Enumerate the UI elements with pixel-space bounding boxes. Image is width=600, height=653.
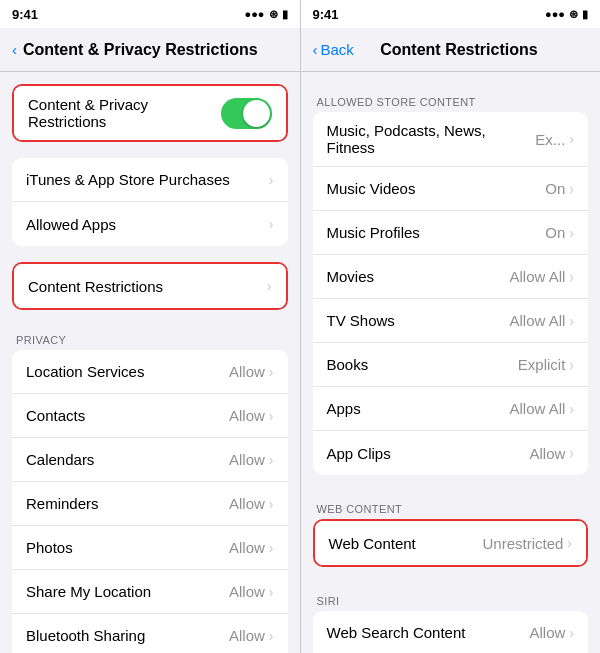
calendars-label: Calendars <box>26 451 229 468</box>
web-content-item[interactable]: Web Content Unrestricted › <box>315 521 587 565</box>
wifi-icon: ⊛ <box>269 8 278 21</box>
app-clips-item[interactable]: App Clips Allow › <box>313 431 589 475</box>
movies-label: Movies <box>327 268 510 285</box>
location-services-value: Allow <box>229 363 265 380</box>
calendars-item[interactable]: Calendars Allow › <box>12 438 288 482</box>
right-screen: 9:41 ●●● ⊛ ▮ ‹ Back Content Restrictions… <box>301 0 601 653</box>
siri-header: SIRI <box>301 583 601 611</box>
toggle-knob <box>243 100 270 127</box>
music-profiles-value: On <box>545 224 565 241</box>
apps-chevron-icon: › <box>569 401 574 417</box>
content-privacy-toggle-item[interactable]: Content & Privacy Restrictions <box>14 86 286 140</box>
contacts-label: Contacts <box>26 407 229 424</box>
music-profiles-item[interactable]: Music Profiles On › <box>313 211 589 255</box>
right-scroll-content: ALLOWED STORE CONTENT Music, Podcasts, N… <box>301 72 601 653</box>
store-group: Music, Podcasts, News, Fitness Ex... › M… <box>313 112 589 475</box>
right-nav-title: Content Restrictions <box>354 41 564 59</box>
share-location-label: Share My Location <box>26 583 229 600</box>
bluetooth-value: Allow <box>229 627 265 644</box>
privacy-group: Location Services Allow › Contacts Allow… <box>12 350 288 653</box>
right-signal-icon: ●●● <box>545 8 565 20</box>
itunes-purchases-label: iTunes & App Store Purchases <box>26 171 269 188</box>
photos-value: Allow <box>229 539 265 556</box>
music-videos-value: On <box>545 180 565 197</box>
content-restrictions-chevron-icon: › <box>267 278 272 294</box>
allowed-apps-item[interactable]: Allowed Apps › <box>12 202 288 246</box>
books-item[interactable]: Books Explicit › <box>313 343 589 387</box>
music-podcasts-label: Music, Podcasts, News, Fitness <box>327 122 536 156</box>
content-restrictions-item[interactable]: Content Restrictions › <box>14 264 286 308</box>
music-videos-item[interactable]: Music Videos On › <box>313 167 589 211</box>
web-search-value: Allow <box>529 624 565 641</box>
movies-chevron-icon: › <box>569 269 574 285</box>
right-battery-icon: ▮ <box>582 8 588 21</box>
books-chevron-icon: › <box>569 357 574 373</box>
share-location-chevron-icon: › <box>269 584 274 600</box>
left-status-bar: 9:41 ●●● ⊛ ▮ <box>0 0 300 28</box>
bluetooth-item[interactable]: Bluetooth Sharing Allow › <box>12 614 288 653</box>
app-clips-chevron-icon: › <box>569 445 574 461</box>
right-chevron-icon: ‹ <box>313 41 318 58</box>
contacts-chevron-icon: › <box>269 408 274 424</box>
music-podcasts-chevron-icon: › <box>569 131 574 147</box>
right-status-bar: 9:41 ●●● ⊛ ▮ <box>301 0 601 28</box>
reminders-chevron-icon: › <box>269 496 274 512</box>
itunes-chevron-icon: › <box>269 172 274 188</box>
movies-item[interactable]: Movies Allow All › <box>313 255 589 299</box>
content-privacy-toggle-label: Content & Privacy Restrictions <box>28 96 221 130</box>
music-videos-chevron-icon: › <box>569 181 574 197</box>
books-label: Books <box>327 356 518 373</box>
books-value: Explicit <box>518 356 566 373</box>
apps-value: Allow All <box>509 400 565 417</box>
tv-shows-value: Allow All <box>509 312 565 329</box>
music-podcasts-item[interactable]: Music, Podcasts, News, Fitness Ex... › <box>313 112 589 167</box>
privacy-section-header: PRIVACY <box>0 326 300 350</box>
share-location-item[interactable]: Share My Location Allow › <box>12 570 288 614</box>
content-privacy-toggle[interactable] <box>221 98 272 129</box>
location-services-item[interactable]: Location Services Allow › <box>12 350 288 394</box>
right-status-icons: ●●● ⊛ ▮ <box>545 8 588 21</box>
reminders-item[interactable]: Reminders Allow › <box>12 482 288 526</box>
web-content-chevron-icon: › <box>567 535 572 551</box>
left-scroll-content: Content & Privacy Restrictions iTunes & … <box>0 72 300 653</box>
photos-item[interactable]: Photos Allow › <box>12 526 288 570</box>
bluetooth-label: Bluetooth Sharing <box>26 627 229 644</box>
signal-icon: ●●● <box>245 8 265 20</box>
left-nav-title: Content & Privacy Restrictions <box>17 41 264 59</box>
right-back-button[interactable]: ‹ Back <box>313 41 354 58</box>
toggle-group: Content & Privacy Restrictions <box>12 84 288 142</box>
apps-label: Apps <box>327 400 510 417</box>
left-nav-bar: ‹ Content & Privacy Restrictions <box>0 28 300 72</box>
left-status-icons: ●●● ⊛ ▮ <box>245 8 288 21</box>
calendars-chevron-icon: › <box>269 452 274 468</box>
right-time: 9:41 <box>313 7 339 22</box>
photos-label: Photos <box>26 539 229 556</box>
web-content-header: WEB CONTENT <box>301 491 601 519</box>
reminders-value: Allow <box>229 495 265 512</box>
web-search-label: Web Search Content <box>327 624 530 641</box>
app-clips-label: App Clips <box>327 445 530 462</box>
tv-shows-chevron-icon: › <box>569 313 574 329</box>
itunes-purchases-item[interactable]: iTunes & App Store Purchases › <box>12 158 288 202</box>
tv-shows-label: TV Shows <box>327 312 510 329</box>
right-nav-bar: ‹ Back Content Restrictions <box>301 28 601 72</box>
web-content-value: Unrestricted <box>482 535 563 552</box>
itunes-group: iTunes & App Store Purchases › Allowed A… <box>12 158 288 246</box>
share-location-value: Allow <box>229 583 265 600</box>
music-podcasts-value: Ex... <box>535 131 565 148</box>
location-chevron-icon: › <box>269 364 274 380</box>
tv-shows-item[interactable]: TV Shows Allow All › <box>313 299 589 343</box>
left-screen: 9:41 ●●● ⊛ ▮ ‹ Content & Privacy Restric… <box>0 0 300 653</box>
apps-item[interactable]: Apps Allow All › <box>313 387 589 431</box>
left-time: 9:41 <box>12 7 38 22</box>
bluetooth-chevron-icon: › <box>269 628 274 644</box>
music-profiles-label: Music Profiles <box>327 224 546 241</box>
allowed-apps-label: Allowed Apps <box>26 216 269 233</box>
contacts-item[interactable]: Contacts Allow › <box>12 394 288 438</box>
content-restrictions-label: Content Restrictions <box>28 278 267 295</box>
battery-icon: ▮ <box>282 8 288 21</box>
allowed-store-header: ALLOWED STORE CONTENT <box>301 84 601 112</box>
web-search-item[interactable]: Web Search Content Allow › <box>313 611 589 653</box>
web-content-group: Web Content Unrestricted › <box>313 519 589 567</box>
movies-value: Allow All <box>509 268 565 285</box>
